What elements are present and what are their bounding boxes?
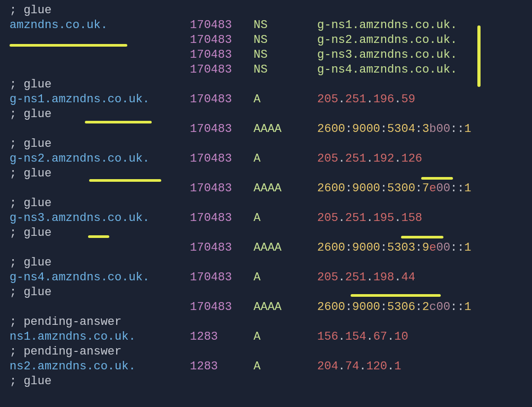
record-ttl — [190, 226, 254, 241]
record-ttl — [190, 107, 254, 122]
record-ttl — [190, 3, 254, 18]
record-value: g-ns2.amzndns.co.uk. — [317, 33, 471, 48]
record-value — [317, 166, 471, 181]
record-value: g-ns4.amzndns.co.uk. — [317, 63, 471, 77]
record-type — [254, 166, 317, 181]
record-name: ; glue — [10, 374, 190, 389]
record-row: ; glue — [10, 166, 471, 181]
record-type: AAAA — [254, 122, 317, 137]
record-value — [317, 315, 471, 330]
record-row: ; glue — [10, 255, 471, 270]
record-type: NS — [254, 33, 317, 48]
record-type — [254, 3, 317, 18]
record-row: ; glue — [10, 107, 471, 122]
record-row: ; pending-answer — [10, 315, 471, 330]
record-type — [254, 344, 317, 359]
record-ttl: 170483 — [190, 18, 254, 33]
record-name — [10, 122, 190, 137]
record-name — [10, 33, 190, 48]
record-type — [254, 285, 317, 300]
record-type — [254, 196, 317, 211]
record-name: ; pending-answer — [10, 315, 190, 330]
record-ttl: 170483 — [190, 92, 254, 107]
record-ttl: 170483 — [190, 63, 254, 77]
record-row: 170483NSg-ns2.amzndns.co.uk. — [10, 33, 471, 48]
record-value: 205.251.198.44 — [317, 270, 471, 285]
record-type: A — [254, 211, 317, 226]
record-value: 2600:9000:5304:3b00::1 — [317, 122, 471, 137]
record-ttl: 170483 — [190, 300, 254, 315]
record-row: g-ns3.amzndns.co.uk.170483A205.251.195.1… — [10, 211, 471, 226]
record-name: ; glue — [10, 107, 190, 122]
record-row: 170483NSg-ns3.amzndns.co.uk. — [10, 48, 471, 63]
record-type: AAAA — [254, 241, 317, 255]
record-value: 205.251.195.158 — [317, 211, 471, 226]
record-ttl — [190, 255, 254, 270]
record-type — [254, 77, 317, 92]
record-ttl: 170483 — [190, 181, 254, 196]
record-value — [317, 226, 471, 241]
record-row: ; glue — [10, 137, 471, 152]
record-name: ; glue — [10, 196, 190, 211]
record-ttl: 170483 — [190, 152, 254, 166]
record-ttl — [190, 137, 254, 152]
record-type: A — [254, 152, 317, 166]
record-ttl — [190, 374, 254, 389]
record-name: ; pending-answer — [10, 344, 190, 359]
record-name — [10, 241, 190, 255]
record-name — [10, 300, 190, 315]
record-type: AAAA — [254, 300, 317, 315]
record-type — [254, 255, 317, 270]
record-value — [317, 196, 471, 211]
record-row: 170483AAAA2600:9000:5303:9e00::1 — [10, 241, 471, 255]
record-name: g-ns4.amzndns.co.uk. — [10, 270, 190, 285]
record-row: 170483AAAA2600:9000:5306:2c00::1 — [10, 300, 471, 315]
record-type: A — [254, 270, 317, 285]
record-value: g-ns1.amzndns.co.uk. — [317, 18, 471, 33]
record-type — [254, 107, 317, 122]
record-ttl: 1283 — [190, 330, 254, 344]
record-name: amzndns.co.uk. — [10, 18, 190, 33]
record-row: g-ns1.amzndns.co.uk.170483A205.251.196.5… — [10, 92, 471, 107]
record-ttl — [190, 344, 254, 359]
record-row: ns1.amzndns.co.uk.1283A156.154.67.10 — [10, 330, 471, 344]
record-name: g-ns3.amzndns.co.uk. — [10, 211, 190, 226]
record-ttl — [190, 315, 254, 330]
dns-text-block: ; glueamzndns.co.uk.170483NSg-ns1.amzndn… — [0, 0, 532, 389]
record-type: NS — [254, 63, 317, 77]
record-type — [254, 226, 317, 241]
record-row: ; glue — [10, 226, 471, 241]
record-name: ns2.amzndns.co.uk. — [10, 359, 190, 374]
record-name: ; glue — [10, 226, 190, 241]
record-name: g-ns1.amzndns.co.uk. — [10, 92, 190, 107]
record-type: A — [254, 330, 317, 344]
record-row: ns2.amzndns.co.uk.1283A204.74.120.1 — [10, 359, 471, 374]
record-value — [317, 344, 471, 359]
record-ttl — [190, 285, 254, 300]
record-value: 2600:9000:5303:9e00::1 — [317, 241, 471, 255]
highlight-vertical-bar — [477, 25, 481, 87]
record-ttl — [190, 196, 254, 211]
record-row: ; glue — [10, 3, 471, 18]
record-type: NS — [254, 48, 317, 63]
record-name: ; glue — [10, 77, 190, 92]
record-value — [317, 77, 471, 92]
record-ttl — [190, 77, 254, 92]
record-row: 170483AAAA2600:9000:5304:3b00::1 — [10, 122, 471, 137]
record-value: 2600:9000:5306:2c00::1 — [317, 300, 471, 315]
record-ttl — [190, 166, 254, 181]
record-value — [317, 3, 471, 18]
record-name: ns1.amzndns.co.uk. — [10, 330, 190, 344]
record-value — [317, 255, 471, 270]
record-row: ; glue — [10, 196, 471, 211]
record-type — [254, 315, 317, 330]
record-value — [317, 107, 471, 122]
record-name: ; glue — [10, 166, 190, 181]
record-name: g-ns2.amzndns.co.uk. — [10, 152, 190, 166]
record-name — [10, 181, 190, 196]
record-row: 170483AAAA2600:9000:5300:7e00::1 — [10, 181, 471, 196]
record-type — [254, 137, 317, 152]
record-ttl: 170483 — [190, 270, 254, 285]
record-ttl: 1283 — [190, 359, 254, 374]
record-row: amzndns.co.uk.170483NSg-ns1.amzndns.co.u… — [10, 18, 471, 33]
